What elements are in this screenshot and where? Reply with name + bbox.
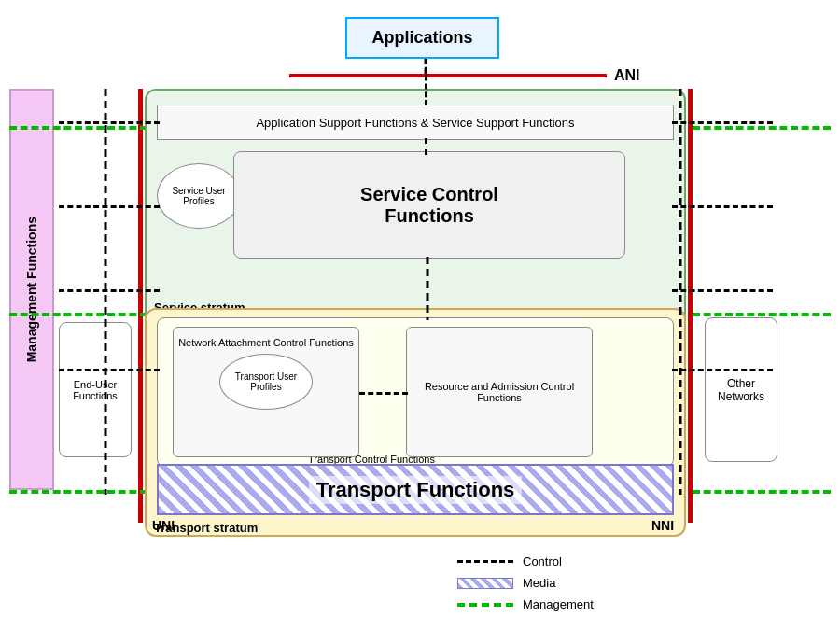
right-control-dashed [678, 89, 683, 495]
legend-management: Management [457, 597, 594, 611]
legend-media-line [457, 578, 513, 589]
mgmt-line-r1 [693, 126, 831, 130]
ani-label: ANI [614, 67, 640, 84]
dh-right-2 [672, 205, 773, 208]
management-functions-box: Management Functions [9, 89, 54, 490]
end-user-box: End-User Functions [59, 322, 132, 457]
legend-media: Media [457, 576, 594, 590]
dh-right-1 [672, 121, 773, 124]
legend-media-label: Media [523, 576, 555, 590]
app-to-ani-dashed [422, 59, 429, 81]
mgmt-line-r2 [693, 313, 831, 316]
ani-line [289, 74, 607, 77]
racf-label: Resource and Admission Control Functions [416, 381, 582, 403]
legend-control: Control [457, 554, 594, 568]
transport-user-profiles-box: Transport User Profiles [219, 354, 313, 410]
legend-control-label: Control [523, 554, 562, 568]
service-control-label: Service ControlFunctions [360, 184, 498, 227]
uni-label: UNI [152, 518, 175, 533]
service-user-profiles-label: Service User Profiles [158, 186, 240, 206]
legend-management-label: Management [523, 597, 594, 611]
transport-functions-label: Transport Functions [309, 476, 523, 504]
dh-left-1 [59, 121, 160, 124]
applications-label: Applications [371, 28, 472, 48]
management-functions-label: Management Functions [24, 217, 39, 362]
end-user-label: End-User Functions [60, 379, 131, 401]
legend-management-line [457, 603, 513, 607]
left-control-dashed [103, 89, 108, 495]
legend: Control Media Management [457, 554, 594, 611]
nacf-box: Network Attachment Control Functions Tra… [173, 327, 359, 457]
transport-user-profiles-label: Transport User Profiles [220, 371, 312, 392]
nacf-title: Network Attachment Control Functions [178, 337, 354, 348]
red-line-right [688, 89, 693, 523]
other-networks-label: Other Networks [706, 377, 777, 403]
mgmt-line-r3 [693, 490, 831, 494]
mgmt-line-2 [9, 313, 147, 316]
red-line-left [138, 89, 143, 523]
service-control-box: Service ControlFunctions [233, 151, 625, 259]
app-support-label: Application Support Functions & Service … [256, 116, 574, 130]
dashed-v3 [425, 257, 430, 320]
dh-left-2 [59, 205, 160, 208]
dashed-v2 [425, 138, 427, 155]
transport-functions-box: Transport Functions [157, 464, 674, 515]
app-support-box: Application Support Functions & Service … [157, 105, 674, 140]
dh-left-3 [59, 289, 160, 292]
other-networks-box: Other Networks [705, 317, 777, 462]
legend-control-line [457, 560, 513, 563]
mgmt-line-1 [9, 126, 147, 130]
mgmt-line-3 [9, 490, 147, 494]
applications-box: Applications [345, 17, 499, 59]
dh-nacf-racf [359, 392, 408, 395]
dh-right-3 [672, 289, 773, 292]
racf-box: Resource and Admission Control Functions [406, 327, 593, 457]
dh-left-4 [59, 369, 160, 371]
service-user-profiles-box: Service User Profiles [157, 163, 241, 229]
nni-label: NNI [651, 518, 674, 533]
diagram: Applications ANI Management Functions Se… [0, 0, 840, 630]
dh-right-4 [672, 369, 773, 371]
